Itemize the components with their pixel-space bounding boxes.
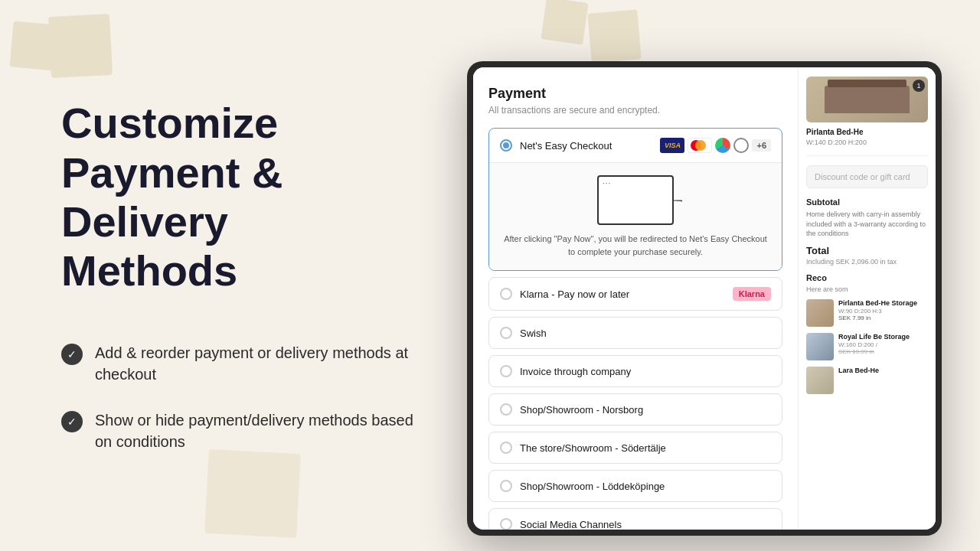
payment-option-social[interactable]: Social Media Channels: [488, 508, 782, 530]
recommended-title: Reco: [806, 273, 928, 282]
arrow-icon: →: [675, 195, 684, 206]
payment-option-swish[interactable]: Swish: [488, 317, 782, 349]
lodde-label: Shop/Showroom - Löddeköpinge: [520, 481, 771, 492]
reco-item-3: Lara Bed-He: [806, 367, 928, 394]
left-panel: Customize Payment & Delivery Methods ✓ A…: [0, 0, 459, 551]
payment-option-invoice[interactable]: Invoice through company: [488, 355, 782, 387]
tablet-area: Payment All transactions are secure and …: [444, 0, 980, 551]
circle-payment-icon: [715, 138, 730, 153]
reco-dims-1: W:90 D:200 H:3: [838, 308, 928, 315]
visa-icon: VISA: [660, 138, 684, 153]
invoice-radio[interactable]: [500, 365, 512, 377]
total-label: Total: [806, 245, 928, 256]
payment-option-nets[interactable]: Net's Easy Checkout VISA +6: [488, 128, 782, 271]
reco-img-1: [806, 299, 834, 327]
check-icon-2: ✓: [61, 411, 83, 432]
recommended-subtitle: Here are som: [806, 285, 928, 293]
reco-img-3: [806, 367, 834, 394]
feature-text-2: Show or hide payment/delivery methods ba…: [95, 409, 413, 452]
klarna-badge: Klarna: [733, 287, 771, 301]
product-card: 1 Pirlanta Bed-He W:140 D:200 H:200: [806, 77, 928, 156]
discount-placeholder: Discount code or gift card: [815, 172, 910, 181]
total-tax: Including SEK 2,096.00 in tax: [806, 258, 928, 266]
circle2-payment-icon: [733, 138, 749, 153]
payment-option-lodde[interactable]: Shop/Showroom - Löddeköpinge: [488, 470, 782, 502]
norsborg-label: Shop/Showroom - Norsborg: [520, 404, 771, 416]
invoice-label: Invoice through company: [520, 366, 771, 377]
payment-option-sodertalje[interactable]: The store/Showroom - Södertälje: [488, 432, 782, 464]
reco-item-2: Royal Life Be Storage W:160 D:200 / SEK …: [806, 333, 928, 360]
checkout-panel: Payment All transactions are secure and …: [473, 67, 798, 530]
tablet-frame: Payment All transactions are secure and …: [467, 61, 942, 536]
swish-header[interactable]: Swish: [489, 318, 782, 348]
product-image: 1: [806, 77, 928, 122]
subtotal-section: Subtotal Home delivery with carry-in ass…: [806, 197, 928, 239]
checkout-sidebar: 1 Pirlanta Bed-He W:140 D:200 H:200 Disc…: [798, 67, 936, 530]
reco-name-3: Lara Bed-He: [838, 367, 928, 376]
browser-mockup: [597, 175, 674, 225]
reco-info-3: Lara Bed-He: [838, 367, 928, 394]
check-icon-1: ✓: [61, 344, 83, 365]
sodertalje-label: The store/Showroom - Södertälje: [520, 442, 771, 454]
product-dims: W:140 D:200 H:200: [806, 139, 928, 146]
social-label: Social Media Channels: [520, 519, 771, 530]
lodde-header[interactable]: Shop/Showroom - Löddeköpinge: [489, 471, 782, 501]
discount-field[interactable]: Discount code or gift card: [806, 165, 928, 188]
payment-subtitle: All transactions are secure and encrypte…: [488, 105, 782, 116]
feature-text-1: Add & reorder payment or delivery method…: [95, 342, 413, 385]
feature-item-2: ✓ Show or hide payment/delivery methods …: [61, 409, 413, 452]
invoice-header[interactable]: Invoice through company: [489, 356, 782, 386]
nets-radio[interactable]: [500, 139, 512, 152]
bed-shape: [825, 86, 910, 113]
nets-label: Net's Easy Checkout: [520, 140, 652, 152]
social-header[interactable]: Social Media Channels: [489, 509, 782, 530]
feature-item-1: ✓ Add & reorder payment or delivery meth…: [61, 342, 413, 385]
sodertalje-radio[interactable]: [500, 442, 512, 454]
sodertalje-header[interactable]: The store/Showroom - Södertälje: [489, 432, 782, 463]
more-icons-badge: +6: [752, 139, 771, 152]
klarna-label: Klarna - Pay now or later: [520, 289, 725, 300]
nets-redirect-text: After clicking "Pay Now", you will be re…: [501, 233, 769, 258]
social-radio[interactable]: [500, 518, 512, 530]
reco-price-2: SEK 19.99 in: [838, 348, 928, 355]
reco-img-2: [806, 333, 834, 360]
norsborg-header[interactable]: Shop/Showroom - Norsborg: [489, 394, 782, 425]
reco-info-1: Pirlanta Bed-He Storage W:90 D:200 H:3 S…: [838, 299, 928, 327]
tablet-screen: Payment All transactions are secure and …: [473, 67, 936, 530]
klarna-radio[interactable]: [500, 288, 512, 300]
subtotal-label: Subtotal: [806, 197, 928, 207]
swish-radio[interactable]: [500, 327, 512, 339]
mastercard-icon: [688, 138, 712, 153]
main-title: Customize Payment & Delivery Methods: [61, 99, 413, 296]
reco-dims-2: W:160 D:200 /: [838, 341, 928, 348]
lodde-radio[interactable]: [500, 480, 512, 492]
reco-info-2: Royal Life Be Storage W:160 D:200 / SEK …: [838, 333, 928, 360]
product-bed-image: [806, 77, 928, 122]
reco-name-1: Pirlanta Bed-He Storage: [838, 299, 928, 308]
nets-header[interactable]: Net's Easy Checkout VISA +6: [489, 129, 782, 162]
nets-content: → After clicking "Pay Now", you will be …: [489, 162, 782, 270]
feature-list: ✓ Add & reorder payment or delivery meth…: [61, 342, 413, 452]
payment-option-norsborg[interactable]: Shop/Showroom - Norsborg: [488, 393, 782, 425]
nets-icons: VISA +6: [660, 138, 771, 153]
swish-label: Swish: [520, 328, 771, 339]
payment-option-klarna[interactable]: Klarna - Pay now or later Klarna: [488, 277, 782, 311]
subtotal-desc: Home delivery with carry-in assembly inc…: [806, 210, 928, 239]
payment-title: Payment: [488, 86, 782, 102]
product-name: Pirlanta Bed-He: [806, 127, 928, 137]
norsborg-radio[interactable]: [500, 403, 512, 416]
klarna-header[interactable]: Klarna - Pay now or later Klarna: [489, 278, 782, 310]
reco-name-2: Royal Life Be Storage: [838, 333, 928, 342]
reco-item-1: Pirlanta Bed-He Storage W:90 D:200 H:3 S…: [806, 299, 928, 327]
product-badge: 1: [913, 80, 925, 92]
reco-price-1: SEK 7.99 in: [838, 315, 928, 321]
